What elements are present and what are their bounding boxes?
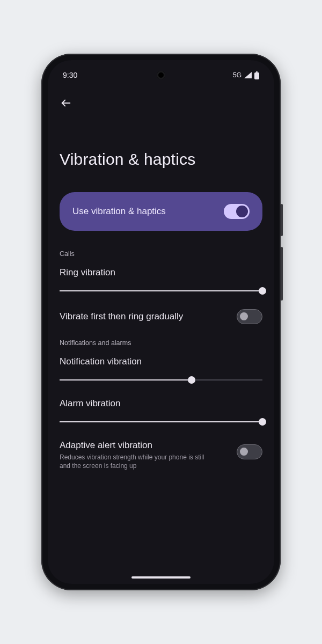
switch-thumb bbox=[236, 206, 248, 217]
ring-vibration-row: Ring vibration bbox=[60, 267, 262, 296]
vibrate-first-label: Vibrate first then ring gradually bbox=[60, 311, 183, 322]
switch-thumb bbox=[240, 448, 248, 456]
side-button bbox=[281, 247, 283, 301]
status-right: 5G bbox=[233, 71, 259, 79]
adaptive-alert-label: Adaptive alert vibration bbox=[60, 440, 210, 451]
arrow-left-icon bbox=[60, 97, 72, 109]
vibrate-first-row[interactable]: Vibrate first then ring gradually bbox=[60, 309, 262, 324]
alarm-vibration-slider[interactable] bbox=[60, 416, 262, 427]
svg-rect-1 bbox=[256, 71, 258, 72]
section-heading-notifs: Notifications and alarms bbox=[60, 339, 262, 347]
page-title: Vibration & haptics bbox=[60, 150, 262, 169]
network-type: 5G bbox=[233, 71, 241, 79]
switch-thumb bbox=[240, 312, 248, 320]
signal-icon bbox=[244, 71, 252, 79]
notification-vibration-row: Notification vibration bbox=[60, 356, 262, 385]
master-toggle-card[interactable]: Use vibration & haptics bbox=[60, 192, 262, 231]
master-switch[interactable] bbox=[224, 204, 250, 219]
battery-icon bbox=[254, 71, 259, 79]
app-bar bbox=[48, 90, 274, 116]
alarm-vibration-label: Alarm vibration bbox=[60, 398, 262, 409]
status-time: 9:30 bbox=[63, 71, 77, 79]
vibrate-first-switch[interactable] bbox=[237, 309, 262, 324]
content-area: Vibration & haptics Use vibration & hapt… bbox=[48, 116, 274, 584]
screen: 9:30 5G Vibration & haptics Use vibratio… bbox=[48, 60, 274, 584]
ring-vibration-label: Ring vibration bbox=[60, 267, 262, 278]
svg-rect-0 bbox=[254, 72, 259, 79]
adaptive-alert-row[interactable]: Adaptive alert vibration Reduces vibrati… bbox=[60, 440, 262, 470]
phone-frame: 9:30 5G Vibration & haptics Use vibratio… bbox=[41, 54, 281, 590]
master-toggle-label: Use vibration & haptics bbox=[72, 206, 166, 217]
section-heading-calls: Calls bbox=[60, 250, 262, 258]
back-button[interactable] bbox=[57, 94, 75, 112]
gesture-nav-bar[interactable] bbox=[131, 576, 191, 579]
notification-vibration-slider[interactable] bbox=[60, 375, 262, 385]
adaptive-alert-sub: Reduces vibration strength while your ph… bbox=[60, 453, 210, 470]
alarm-vibration-row: Alarm vibration bbox=[60, 398, 262, 427]
adaptive-alert-switch[interactable] bbox=[237, 444, 262, 459]
side-button bbox=[281, 204, 283, 236]
ring-vibration-slider[interactable] bbox=[60, 286, 262, 296]
front-camera bbox=[157, 71, 165, 79]
notification-vibration-label: Notification vibration bbox=[60, 356, 262, 367]
